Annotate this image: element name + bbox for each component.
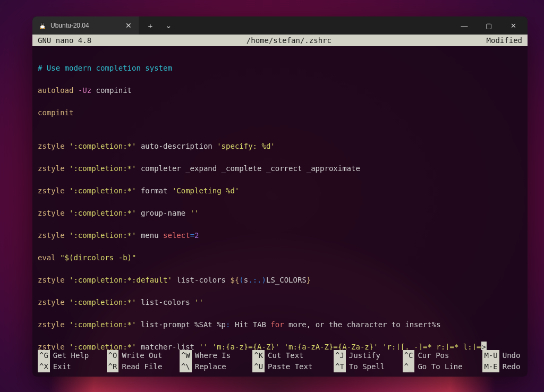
svg-point-5: [41, 24, 42, 24]
nano-file-path: /home/stefan/.zshrc: [91, 36, 486, 45]
str-completion: ':completion:*': [69, 231, 136, 240]
shortcut-label: Cur Pos: [418, 350, 449, 361]
arg-compinit: compinit: [96, 86, 132, 95]
punc-eq: =: [190, 231, 194, 240]
cmd-autoload: autoload: [38, 86, 73, 95]
shortcut-get-help[interactable]: ^GGet Help: [38, 350, 104, 361]
comment-line: # Use modern completion system: [38, 64, 172, 72]
shortcut-row-1: ^GGet Help ^OWrite Out ^WWhere Is ^KCut …: [38, 350, 522, 361]
shortcut-label: Redo: [503, 361, 521, 372]
shortcut-label: Exit: [53, 361, 71, 372]
str-autodesc-val: 'specify: %d': [217, 142, 275, 150]
str-completion: ':completion:*': [69, 186, 136, 195]
shortcut-label: To Spell: [349, 361, 385, 372]
terminal-window: Ubuntu-20.04 ✕ + ⌄ — ▢ ✕ GNU nano 4.8 /h…: [32, 16, 528, 377]
cmd-zstyle: zstyle: [38, 231, 65, 240]
str-empty: '': [190, 209, 199, 217]
str-completion: ':completion:*': [69, 320, 136, 329]
nano-app-label: GNU nano 4.8: [37, 36, 91, 45]
txt-menu: menu: [141, 231, 159, 240]
shortcut-row-2: ^XExit ^RRead File ^\Replace ^UPaste Tex…: [38, 361, 522, 372]
new-tab-button[interactable]: +: [143, 18, 158, 33]
window-controls: — ▢ ✕: [452, 16, 528, 35]
str-completion: ':completion:*': [69, 164, 136, 173]
maximize-button[interactable]: ▢: [477, 16, 501, 35]
shortcut-key: ^C: [403, 350, 415, 361]
txt-groupname: group-name: [141, 209, 185, 217]
str-completion: ':completion:*': [69, 298, 136, 306]
str-completion-default: ':completion:*:default': [69, 276, 172, 284]
num-2: 2: [194, 231, 199, 240]
shortcut-label: Undo: [503, 350, 521, 361]
str-empty: '': [199, 343, 208, 350]
shortcut-where-is[interactable]: ^WWhere Is: [180, 350, 249, 361]
txt-completer: completer _expand _complete _correct _ap…: [141, 164, 360, 173]
shortcut-cur-pos[interactable]: ^CCur Pos: [403, 350, 480, 361]
str-dircolors: "$(dircolors -b)": [60, 253, 136, 262]
shortcut-label: Replace: [195, 361, 226, 372]
shortcut-label: Justify: [349, 350, 380, 361]
tabbar-actions: + ⌄: [139, 16, 452, 35]
tab-close-icon[interactable]: ✕: [124, 21, 133, 30]
shortcut-replace[interactable]: ^\Replace: [180, 361, 249, 372]
cmd-zstyle: zstyle: [38, 343, 65, 350]
str-empty: '': [194, 298, 203, 306]
minimize-button[interactable]: —: [452, 16, 477, 35]
shortcut-to-spell[interactable]: ^TTo Spell: [334, 361, 400, 372]
shortcut-redo[interactable]: M-ERedo: [482, 361, 519, 372]
shortcut-go-to-line[interactable]: ^_Go To Line: [403, 361, 480, 372]
close-button[interactable]: ✕: [501, 16, 525, 35]
tux-icon: [39, 22, 46, 29]
paren-close: ): [262, 276, 266, 284]
shortcut-cut-text[interactable]: ^KCut Text: [252, 350, 330, 361]
cmd-compinit: compinit: [38, 108, 73, 117]
colon: :: [253, 276, 257, 284]
shortcut-key: M-U: [482, 350, 499, 361]
str-completion: ':completion:*': [69, 343, 136, 350]
txt-autodesc: auto-description: [141, 142, 212, 150]
shortcut-key: ^G: [38, 350, 50, 361]
svg-point-7: [40, 28, 42, 29]
shortcut-key: ^O: [107, 350, 119, 361]
str-format-val: 'Completing %d': [172, 186, 239, 195]
shortcut-justify[interactable]: ^JJustify: [334, 350, 400, 361]
shortcut-label: Read File: [122, 361, 162, 372]
shortcut-write-out[interactable]: ^OWrite Out: [107, 350, 176, 361]
cmd-zstyle: zstyle: [38, 320, 65, 329]
shortcut-exit[interactable]: ^XExit: [38, 361, 104, 372]
shortcut-key: ^W: [180, 350, 192, 361]
nano-header: GNU nano 4.8 /home/stefan/.zshrc Modifie…: [32, 35, 528, 46]
shortcut-label: Where Is: [195, 350, 231, 361]
cmd-zstyle: zstyle: [38, 164, 65, 173]
shortcut-key: ^R: [107, 361, 119, 372]
txt-listprompt-rest: more, or the character to insert%s: [284, 320, 441, 329]
cmd-zstyle: zstyle: [38, 142, 65, 150]
shortcut-key: ^U: [252, 361, 265, 372]
str-completion: ':completion:*': [69, 142, 136, 150]
svg-point-6: [43, 24, 44, 24]
editor-area[interactable]: # Use modern completion system autoload …: [32, 46, 528, 350]
str-m2: 'm:{a-zA-Z}={A-Za-z}': [284, 343, 378, 350]
shortcut-key: ^T: [334, 361, 346, 372]
tab-ubuntu[interactable]: Ubuntu-20.04 ✕: [32, 16, 139, 35]
titlebar: Ubuntu-20.04 ✕ + ⌄ — ▢ ✕: [32, 16, 528, 35]
shortcut-paste-text[interactable]: ^UPaste Text: [252, 361, 330, 372]
shortcut-key: ^\: [180, 361, 192, 372]
paren-open: (: [239, 276, 243, 284]
shortcut-read-file[interactable]: ^RRead File: [107, 361, 176, 372]
shortcut-key: M-E: [482, 361, 499, 372]
str-m3: 'r:|[._-]=* r:|=* l:|=: [382, 343, 481, 350]
flag-s: s: [244, 276, 248, 284]
txt-format: format: [141, 186, 168, 195]
var-close: }: [307, 276, 311, 284]
txt-listcolors: list-colors: [141, 298, 190, 306]
var-open: ${: [230, 276, 239, 284]
tab-dropdown-icon[interactable]: ⌄: [161, 18, 176, 33]
str-m1: 'm:{a-z}={A-Z}': [212, 343, 279, 350]
cmd-zstyle: zstyle: [38, 276, 65, 284]
shortcut-key: ^X: [38, 361, 50, 372]
shortcut-label: Go To Line: [418, 361, 462, 372]
shortcut-undo[interactable]: M-UUndo: [482, 350, 519, 361]
tab-title: Ubuntu-20.04: [50, 22, 120, 29]
shortcut-key: ^_: [403, 361, 415, 372]
